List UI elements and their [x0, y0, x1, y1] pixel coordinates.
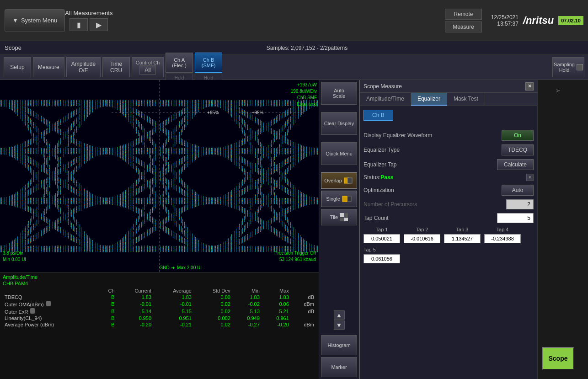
scope-measure-close-button[interactable]: ✕ [525, 82, 534, 91]
num-precursors-row: Number of Precursors [363, 199, 534, 209]
row-max: 5.21 [262, 308, 291, 315]
overlap-label: Overlap [324, 178, 342, 183]
scroll-up-button[interactable]: ▲ [334, 310, 345, 320]
separator2 [321, 137, 357, 140]
tap2-input[interactable] [404, 234, 440, 243]
row-average: 1.83 [153, 294, 193, 300]
measure-button[interactable]: Measure [33, 57, 64, 77]
row-name: Outer OMA(dBm) [3, 300, 98, 308]
ch-b-row: Ch B [363, 110, 534, 125]
row-ch: B [98, 308, 117, 315]
status-expand-button[interactable]: ▼ [526, 174, 534, 181]
time-cru-button[interactable]: Time CRU [102, 57, 130, 77]
controls-column: Auto Scale Clear Display Quick Menu Over… [319, 80, 359, 379]
far-right-panel: Y Scope [537, 80, 578, 379]
eq-type-button[interactable]: TDECQ [502, 144, 534, 155]
row-current: 5.14 [117, 308, 153, 315]
histogram-button[interactable]: Histogram [321, 335, 357, 355]
measure-top-button[interactable]: Measure [445, 21, 482, 32]
tap-count-input[interactable] [497, 213, 534, 223]
ps-div: 3.8 ps/Div [3, 250, 26, 256]
eq-tap-label: Equalizer Tap [363, 161, 497, 168]
y-axis-label: Y [556, 89, 561, 92]
all-measurements-section: All Measurements ▮ ▶ [65, 10, 112, 31]
all-measurements-buttons: ▮ ▶ [69, 18, 108, 31]
row-unit: dBm [291, 321, 316, 328]
scope-measure-body: Ch B Display Equalizer Waveform On Equal… [360, 106, 537, 379]
quick-menu-button[interactable]: Quick Menu [321, 142, 357, 165]
tab-mask-test[interactable]: Mask Test [447, 93, 485, 106]
system-menu-button[interactable]: ▼ System Menu [5, 9, 65, 32]
next-measurement-button[interactable]: ▶ [90, 18, 108, 31]
col-unit [291, 288, 316, 294]
row-stddev: 0.002 [193, 315, 232, 321]
col-ch: Ch [98, 288, 117, 294]
eq-info: Equalized [291, 101, 317, 107]
auto-scale-label: Auto Scale [333, 88, 346, 99]
setup-button[interactable]: Setup [4, 57, 31, 77]
single-button[interactable]: Single [321, 191, 357, 207]
ch-b-indicator-button[interactable]: Ch B [363, 110, 393, 121]
precision-trigger: Precision Trigger Off [274, 250, 316, 256]
row-min: -0.02 [232, 300, 262, 308]
svg-rect-3 [347, 196, 351, 202]
prev-measurement-button[interactable]: ▮ [69, 18, 88, 31]
row-name: TDECQ [3, 294, 98, 300]
tap1-input[interactable] [363, 234, 400, 243]
tap5-input[interactable] [363, 254, 400, 263]
overlap-icon [344, 177, 354, 184]
gnd-info: GND ➜ Max 2.00 UI [160, 265, 202, 270]
table-row: TDECQ B 1.83 1.83 0.00 1.83 1.83 dB [3, 294, 316, 300]
scope-left: +1937uW 196.8uW/Div ChB SMF Equalized 3.… [0, 80, 319, 379]
main-content: +1937uW 196.8uW/Div ChB SMF Equalized 3.… [0, 80, 588, 379]
datetime-section: 12/25/2021 13:57:37 [491, 14, 519, 27]
eq-tap-calculate-button[interactable]: Calculate [497, 159, 534, 170]
col-max: Max [262, 288, 291, 294]
tile-icon [340, 213, 348, 221]
quick-menu-label: Quick Menu [326, 151, 353, 156]
tap1-header: Tap 1 [363, 227, 400, 232]
tile-button[interactable]: Tile [321, 209, 357, 225]
marker-button[interactable]: Marker [321, 357, 357, 377]
scope-label-button[interactable]: Scope [542, 347, 574, 370]
display-eq-waveform-button[interactable]: On [502, 130, 534, 141]
scroll-down-button[interactable]: ▼ [334, 320, 345, 330]
eye-diagram: +1937uW 196.8uW/Div ChB SMF Equalized 3.… [0, 80, 319, 272]
control-ch-all-button[interactable]: All [139, 65, 155, 75]
optimization-row: Optimization Auto [363, 185, 534, 196]
control-ch-label: Control Ch [136, 60, 160, 65]
ch-b-button[interactable]: Ch B (SMF) [195, 53, 222, 73]
optimization-auto-button[interactable]: Auto [502, 185, 534, 196]
auto-scale-button[interactable]: Auto Scale [321, 82, 357, 105]
tap-values-row1 [363, 234, 534, 243]
power-info: +1937uW [291, 82, 317, 88]
clear-display-button[interactable]: Clear Display [321, 112, 357, 135]
sampling-hold-button[interactable]: Sampling Hold [552, 57, 584, 77]
tap3-header: Tap 3 [444, 227, 481, 232]
tap3-input[interactable] [444, 234, 481, 243]
time-display: 13:57:37 [491, 21, 519, 27]
scope-title: Scope [5, 44, 21, 51]
eye-overlay-info: +1937uW 196.8uW/Div ChB SMF Equalized [291, 82, 317, 107]
tap4-input[interactable] [484, 234, 521, 243]
separator1 [321, 107, 357, 110]
status-line: Status: Pass ▼ [363, 174, 534, 181]
row-max: -0.20 [262, 321, 291, 328]
amplitude-oe-button[interactable]: Amplitude O/E [66, 57, 101, 77]
tap-headers: Tap 1 Tap 2 Tap 3 Tap 4 [363, 227, 534, 232]
num-precursors-input[interactable] [506, 199, 534, 209]
row-ch: B [98, 315, 117, 321]
measurements-table: Ch Current Average Std Dev Min Max [3, 288, 316, 328]
clear-display-label: Clear Display [324, 121, 354, 126]
ch-a-button[interactable]: Ch A (Elec.) [166, 53, 193, 73]
row-unit: dB [291, 308, 316, 315]
row-average: 5.15 [153, 308, 193, 315]
remote-button[interactable]: Remote [445, 9, 482, 20]
tab-equalizer[interactable]: Equalizer [411, 93, 447, 106]
tab-amplitude-time[interactable]: Amplitude/Time [360, 93, 411, 106]
status-value: Pass [380, 174, 393, 181]
eq-tap-row: Equalizer Tap Calculate [363, 159, 534, 170]
overlap-button[interactable]: Overlap [321, 172, 357, 189]
min-ui: Min 0.00 UI [3, 256, 26, 263]
marker-label: Marker [331, 364, 347, 370]
